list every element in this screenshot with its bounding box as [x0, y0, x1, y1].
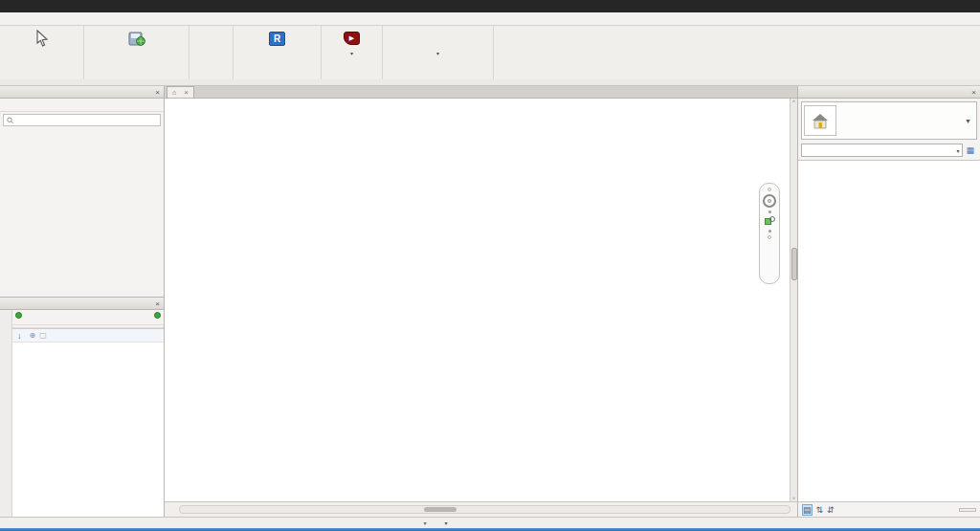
- ribbon-panel-help: [189, 26, 234, 79]
- nav-divider-dot: [768, 210, 771, 213]
- ribbon-panel-select: [0, 26, 84, 79]
- save-globe-icon: [128, 29, 145, 48]
- search-input[interactable]: [16, 116, 157, 124]
- nav-dot-icon: [768, 235, 771, 239]
- ifc-link-list: ↓ ⊕ ▢: [12, 328, 164, 517]
- metres-bim-button[interactable]: ▶ ▾: [342, 28, 362, 57]
- zoom-tool-icon[interactable]: [765, 216, 775, 227]
- collab-panel-header[interactable]: ×: [0, 298, 164, 310]
- family-preview: [804, 105, 836, 136]
- properties-header[interactable]: ×: [798, 86, 980, 99]
- ifc-link-row[interactable]: ↓ ⊕ ▢: [12, 329, 164, 343]
- import-arrow-icon[interactable]: ↓: [17, 331, 22, 341]
- nav-divider-dot: [768, 230, 771, 232]
- chevron-down-icon: ▾: [350, 50, 353, 56]
- left-panels: × ×: [0, 86, 165, 517]
- status-dot-icon: [15, 312, 22, 319]
- ribbon: R ▶ ▾ ▾: [0, 26, 980, 79]
- collaboration-open-bim-panel: ×: [0, 298, 164, 517]
- horizontal-scrollbar[interactable]: [179, 505, 791, 514]
- collab-user[interactable]: [152, 312, 161, 319]
- close-icon[interactable]: ×: [154, 299, 161, 308]
- rfa-to-formit-button[interactable]: R: [267, 28, 287, 50]
- project-browser: ×: [0, 86, 164, 298]
- vertical-scrollbar[interactable]: ˄ ˅: [790, 99, 797, 501]
- search-icon: [7, 117, 13, 124]
- panel-label-openbim[interactable]: [383, 68, 493, 79]
- cype-logo-icon: ▶: [344, 32, 360, 45]
- viewport: ⌂ × ˄: [165, 86, 797, 517]
- panel-label-cype[interactable]: [322, 68, 382, 79]
- navigation-bar[interactable]: [759, 183, 780, 284]
- project-browser-header[interactable]: ×: [0, 86, 164, 99]
- project-browser-tree: [0, 128, 164, 297]
- close-icon[interactable]: ×: [970, 88, 977, 97]
- status-bar: ▾ ▾: [0, 517, 980, 528]
- transmit-model-button[interactable]: [90, 28, 183, 50]
- view-control-bar: [165, 501, 797, 517]
- title-bar: [0, 0, 980, 12]
- chevron-down-icon: ▾: [436, 50, 439, 56]
- nav-dot-icon: [768, 188, 771, 191]
- formit-r-icon: R: [269, 32, 285, 46]
- chevron-down-icon[interactable]: ▾: [423, 520, 426, 526]
- ribbon-tab-row: [0, 12, 980, 26]
- house-icon: [811, 112, 830, 129]
- properties-grid: [798, 160, 980, 501]
- element-selector-combo[interactable]: ▾: [801, 144, 963, 157]
- drawing-area[interactable]: [165, 99, 790, 501]
- modify-button[interactable]: [33, 28, 52, 50]
- close-icon[interactable]: ×: [184, 88, 189, 97]
- browser-search[interactable]: [3, 114, 161, 126]
- edit-type-icon: ▦: [966, 145, 974, 155]
- cursor-icon: [34, 29, 50, 48]
- ribbon-bottom-strip: [0, 79, 980, 86]
- chevron-down-icon: ▼: [965, 118, 974, 124]
- type-selector[interactable]: ▼: [801, 101, 977, 140]
- active-workset-dropdown[interactable]: ▾: [441, 520, 556, 526]
- collaboration-open-bim-button[interactable]: ▾: [389, 28, 487, 57]
- user-status-icon: [154, 312, 161, 319]
- ribbon-panel-openbim: ▾: [383, 26, 494, 79]
- steering-wheel-icon[interactable]: [763, 194, 776, 208]
- properties-palette: × ▼ ▾ ▦: [797, 86, 980, 517]
- view-tab-bar: ⌂ ×: [165, 86, 797, 99]
- panel-label-select[interactable]: [0, 68, 83, 79]
- home-view-icon: ⌂: [172, 89, 176, 96]
- scrollbar-thumb[interactable]: [424, 507, 457, 512]
- panel-label-formit[interactable]: [234, 68, 321, 79]
- scroll-up-icon[interactable]: ˄: [792, 99, 795, 104]
- 3d-structural-model[interactable]: [165, 99, 782, 501]
- browser-toolbar: [0, 99, 164, 112]
- sort-descending-icon[interactable]: ⇵: [827, 505, 835, 515]
- close-icon[interactable]: ×: [154, 88, 161, 97]
- ribbon-panel-formit: R: [234, 26, 322, 79]
- globe-icon: ⊕: [30, 331, 36, 340]
- revit-window: R ▶ ▾ ▾: [0, 0, 980, 531]
- properties-filter-icon[interactable]: ▤: [802, 504, 813, 516]
- scrollbar-thumb[interactable]: [791, 248, 797, 280]
- edit-type-button[interactable]: ▦: [966, 145, 977, 155]
- apply-button[interactable]: [959, 508, 976, 512]
- box-icon: ▢: [39, 331, 47, 340]
- properties-footer: ▤ ⇅ ⇵: [798, 501, 980, 517]
- ribbon-panel-cype: ▶ ▾: [322, 26, 383, 79]
- sort-ascending-icon[interactable]: ⇅: [816, 505, 824, 515]
- view-tab-3d[interactable]: ⌂ ×: [167, 86, 194, 98]
- collab-side-toolbar: [0, 310, 12, 517]
- chevron-down-icon: ▾: [956, 147, 959, 154]
- panel-label-etransmit[interactable]: [84, 68, 189, 79]
- ribbon-panel-etransmit: [84, 26, 189, 79]
